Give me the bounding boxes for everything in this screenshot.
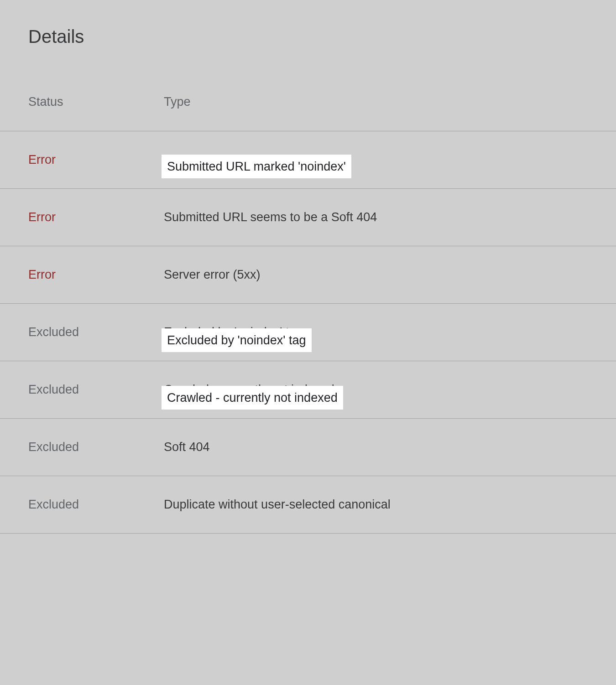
status-cell: Error bbox=[28, 268, 164, 282]
type-cell: Duplicate without user-selected canonica… bbox=[164, 498, 616, 512]
table-row[interactable]: Error Server error (5xx) bbox=[0, 246, 616, 304]
type-cell: Server error (5xx) bbox=[164, 268, 616, 282]
status-cell: Error bbox=[28, 210, 164, 224]
status-cell: Excluded bbox=[28, 498, 164, 512]
status-cell: Excluded bbox=[28, 325, 164, 339]
highlight-box: Excluded by 'noindex' tag bbox=[162, 328, 312, 352]
status-cell: Excluded bbox=[28, 383, 164, 397]
type-cell: Soft 404 bbox=[164, 440, 616, 454]
status-cell: Excluded bbox=[28, 440, 164, 454]
highlight-box: Submitted URL marked 'noindex' bbox=[162, 155, 351, 178]
table-header: Status Type bbox=[0, 47, 616, 131]
type-cell: Submitted URL seems to be a Soft 404 bbox=[164, 210, 616, 224]
table-row[interactable]: Excluded Soft 404 bbox=[0, 419, 616, 476]
highlight-box: Crawled - currently not indexed bbox=[162, 386, 343, 410]
page-title: Details bbox=[0, 0, 616, 47]
table-row[interactable]: Excluded Duplicate without user-selected… bbox=[0, 476, 616, 534]
column-header-type: Type bbox=[164, 95, 616, 109]
column-header-status: Status bbox=[28, 95, 164, 109]
status-cell: Error bbox=[28, 153, 164, 167]
table-row[interactable]: Error Submitted URL seems to be a Soft 4… bbox=[0, 189, 616, 246]
